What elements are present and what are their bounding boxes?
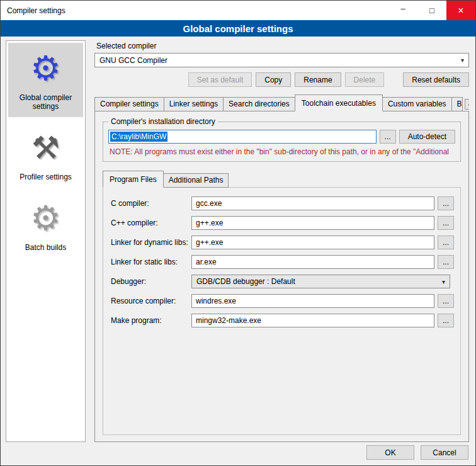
arrow-left-icon: ◂ xyxy=(468,101,469,108)
note-text: NOTE: All programs must exist either in … xyxy=(110,147,454,156)
cpp-compiler-label: C++ compiler: xyxy=(111,219,191,227)
tab-scroll-left-button[interactable]: ◂ xyxy=(465,99,469,110)
titlebar: Compiler settings – □ × xyxy=(1,1,475,20)
field-row-make-program: Make program: ... xyxy=(111,314,454,327)
linker-static-input[interactable] xyxy=(191,255,434,269)
debugger-select-value: GDB/CDB debugger : Default xyxy=(196,277,295,286)
main-panel: Selected compiler GNU GCC Compiler ▾ Set… xyxy=(92,40,470,442)
cancel-button[interactable]: Cancel xyxy=(421,445,468,460)
linker-static-label: Linker for static libs: xyxy=(111,258,191,266)
selected-compiler-label: Selected compiler xyxy=(96,42,469,50)
sidebar-item-global-compiler-settings[interactable]: ⚙ Global compiler settings xyxy=(8,43,83,117)
rename-button[interactable]: Rename xyxy=(295,72,341,87)
linker-dynamic-input[interactable] xyxy=(191,236,434,249)
ok-button[interactable]: OK xyxy=(366,445,414,460)
subtab-additional-paths[interactable]: Additional Paths xyxy=(163,173,229,188)
settings-tabs: Compiler settings Linker settings Search… xyxy=(94,94,469,111)
chevron-down-icon: ▾ xyxy=(461,57,464,64)
program-tabs: Program Files Additional Paths xyxy=(103,171,461,188)
field-row-linker-dynamic: Linker for dynamic libs: ... xyxy=(111,236,454,249)
sidebar-item-batch-builds[interactable]: ⚙ Batch builds xyxy=(8,193,83,258)
delete-button[interactable]: Delete xyxy=(345,72,385,87)
sidebar-item-profiler-settings[interactable]: ⚒ Profiler settings xyxy=(8,122,83,188)
installation-directory-row: C:\raylib\MinGW ... Auto-detect xyxy=(108,130,455,144)
make-program-input[interactable] xyxy=(191,314,434,327)
tab-scroll-controls: ◂ ▸ xyxy=(462,99,469,110)
reset-defaults-button[interactable]: Reset defaults xyxy=(403,72,469,87)
browse-linker-static-button[interactable]: ... xyxy=(438,255,454,269)
debugger-label: Debugger: xyxy=(111,277,191,286)
resource-compiler-label: Resource compiler: xyxy=(111,297,191,305)
set-as-default-button[interactable]: Set as default xyxy=(188,72,252,87)
subtab-program-files[interactable]: Program Files xyxy=(103,171,164,188)
installation-directory-input[interactable]: C:\raylib\MinGW xyxy=(108,130,377,144)
toolchain-executables-panel: Compiler's installation directory C:\ray… xyxy=(94,111,469,442)
debugger-select[interactable]: GDB/CDB debugger : Default ▾ xyxy=(191,275,450,288)
field-row-c-compiler: C compiler: ... xyxy=(111,196,454,210)
c-compiler-label: C compiler: xyxy=(111,199,191,208)
gear-icon: ⚙ xyxy=(30,199,60,239)
compiler-settings-window: Compiler settings – □ × Global compiler … xyxy=(0,0,476,466)
c-compiler-input[interactable] xyxy=(191,196,434,210)
browse-c-compiler-button[interactable]: ... xyxy=(438,196,454,210)
make-program-label: Make program: xyxy=(111,316,191,325)
tab-search-directories[interactable]: Search directories xyxy=(223,97,295,111)
chevron-down-icon: ▾ xyxy=(442,278,445,285)
gear-icon: ⚙ xyxy=(30,49,60,89)
field-row-debugger: Debugger: GDB/CDB debugger : Default ▾ xyxy=(111,275,454,288)
maximize-icon: □ xyxy=(429,6,434,15)
close-icon: × xyxy=(458,5,463,16)
auto-detect-button[interactable]: Auto-detect xyxy=(399,130,455,144)
cpp-compiler-input[interactable] xyxy=(191,216,434,230)
compiler-buttons: Set as default Copy Rename Delete Reset … xyxy=(94,72,469,87)
installation-directory-group: Compiler's installation directory C:\ray… xyxy=(103,122,461,162)
dialog-footer: OK Cancel xyxy=(1,445,475,465)
tab-compiler-settings[interactable]: Compiler settings xyxy=(94,97,164,111)
resource-compiler-input[interactable] xyxy=(191,294,434,308)
sidebar: ⚙ Global compiler settings ⚒ Profiler se… xyxy=(6,40,86,442)
field-row-resource-compiler: Resource compiler: ... xyxy=(111,294,454,308)
browse-make-program-button[interactable]: ... xyxy=(438,314,454,327)
selected-path-text: C:\raylib\MinGW xyxy=(110,132,167,142)
close-button[interactable]: × xyxy=(446,1,475,20)
browse-resource-compiler-button[interactable]: ... xyxy=(438,294,454,308)
profiler-icon: ⚒ xyxy=(31,128,60,169)
sidebar-item-label: Batch builds xyxy=(25,243,66,252)
minimize-button[interactable]: – xyxy=(388,1,417,20)
window-title: Compiler settings xyxy=(7,6,65,15)
tab-toolchain-executables[interactable]: Toolchain executables xyxy=(295,94,383,111)
compiler-select[interactable]: GNU GCC Compiler ▾ xyxy=(94,53,469,67)
linker-dynamic-label: Linker for dynamic libs: xyxy=(111,238,191,247)
copy-button[interactable]: Copy xyxy=(256,72,291,87)
window-controls: – □ × xyxy=(388,1,475,20)
browse-cpp-compiler-button[interactable]: ... xyxy=(438,216,454,230)
installation-directory-group-title: Compiler's installation directory xyxy=(108,117,218,126)
tab-custom-variables[interactable]: Custom variables xyxy=(382,97,452,111)
sidebar-item-label: Global compiler settings xyxy=(10,93,81,111)
field-row-linker-static: Linker for static libs: ... xyxy=(111,255,454,269)
page-title: Global compiler settings xyxy=(1,20,475,37)
compiler-select-value: GNU GCC Compiler xyxy=(99,56,167,65)
browse-linker-dynamic-button[interactable]: ... xyxy=(438,236,454,249)
dialog-content: ⚙ Global compiler settings ⚒ Profiler se… xyxy=(1,37,475,445)
minimize-icon: – xyxy=(400,4,405,13)
tab-build-options[interactable]: Build options xyxy=(451,97,463,111)
tab-linker-settings[interactable]: Linker settings xyxy=(164,97,224,111)
program-files-panel: C compiler: ... C++ compiler: ... Linker… xyxy=(103,187,461,435)
sidebar-item-label: Profiler settings xyxy=(20,173,72,181)
browse-directory-button[interactable]: ... xyxy=(380,130,396,144)
field-row-cpp-compiler: C++ compiler: ... xyxy=(111,216,454,230)
maximize-button[interactable]: □ xyxy=(417,1,446,20)
